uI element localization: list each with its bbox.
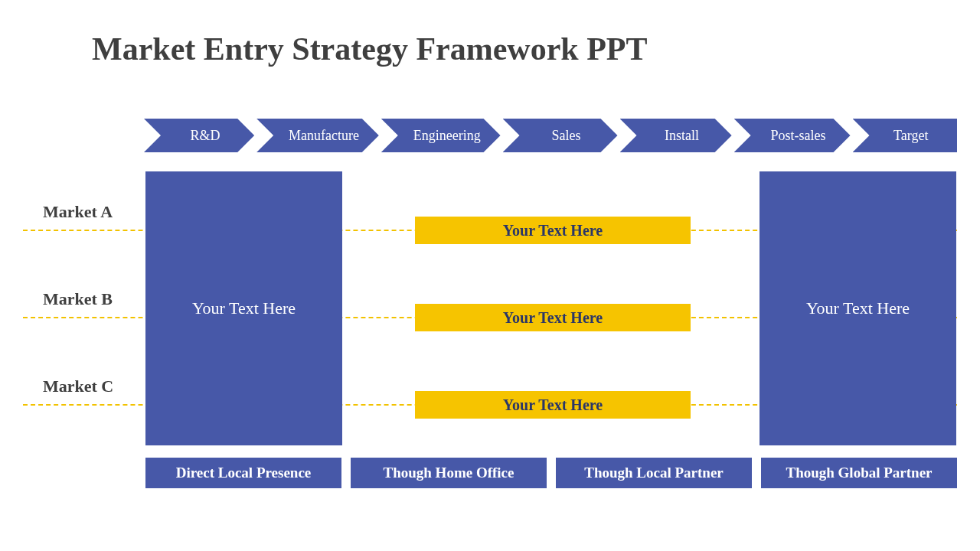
bottom-row: Direct Local Presence Though Home Office…: [145, 458, 957, 488]
page-title: Market Entry Strategy Framework PPT: [92, 31, 647, 67]
process-row: R&D Manufacture Engineering Sales Instal…: [144, 119, 957, 152]
bottom-home: Though Home Office: [351, 458, 547, 488]
chevron-install: Install: [620, 119, 732, 152]
yellow-box-b: Your Text Here: [415, 304, 691, 331]
chevron-sales: Sales: [503, 119, 618, 152]
yellow-box-c: Your Text Here: [415, 391, 691, 419]
bottom-local: Though Local Partner: [556, 458, 752, 488]
chevron-rd: R&D: [144, 119, 254, 152]
slide: Market Entry Strategy Framework PPT R&D …: [0, 0, 980, 551]
chevron-target: Target: [853, 119, 957, 152]
market-a-label: Market A: [43, 202, 142, 222]
market-c-label: Market C: [43, 377, 142, 396]
yellow-box-a: Your Text Here: [415, 217, 691, 244]
chevron-postsales: Post-sales: [734, 119, 851, 152]
market-b-label: Market B: [43, 289, 142, 309]
right-block: Your Text Here: [760, 171, 956, 445]
chevron-manufacture: Manufacture: [256, 119, 379, 152]
left-block: Your Text Here: [145, 171, 342, 445]
bottom-global: Though Global Partner: [761, 458, 957, 488]
chevron-engineering: Engineering: [381, 119, 501, 152]
bottom-direct: Direct Local Presence: [145, 458, 341, 488]
